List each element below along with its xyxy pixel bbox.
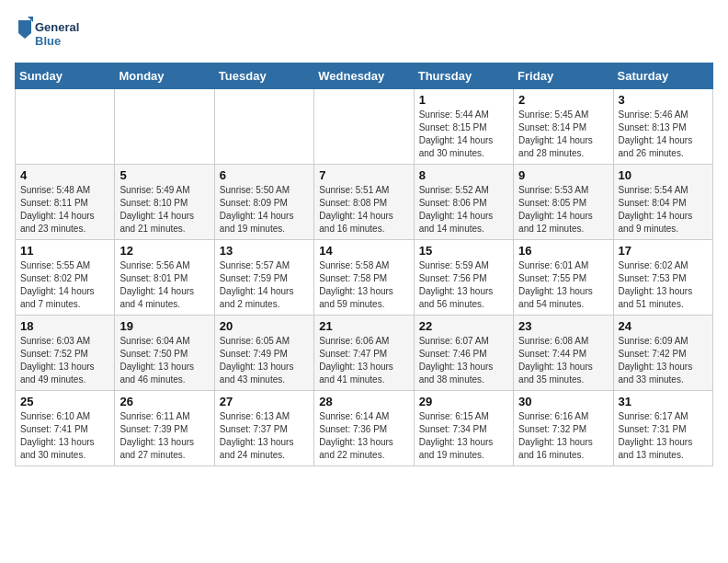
day-info: Sunrise: 6:02 AM Sunset: 7:53 PM Dayligh…	[619, 259, 708, 311]
calendar-cell: 5Sunrise: 5:49 AM Sunset: 8:10 PM Daylig…	[115, 165, 214, 240]
day-info: Sunrise: 6:10 AM Sunset: 7:41 PM Dayligh…	[20, 410, 109, 462]
calendar-cell: 16Sunrise: 6:01 AM Sunset: 7:55 PM Dayli…	[514, 240, 613, 316]
calendar-cell: 30Sunrise: 6:16 AM Sunset: 7:32 PM Dayli…	[514, 391, 613, 466]
calendar-body: 1Sunrise: 5:44 AM Sunset: 8:15 PM Daylig…	[16, 89, 713, 466]
day-info: Sunrise: 6:08 AM Sunset: 7:44 PM Dayligh…	[518, 335, 608, 386]
calendar-cell: 19Sunrise: 6:04 AM Sunset: 7:50 PM Dayli…	[115, 316, 214, 391]
day-number: 19	[119, 319, 209, 333]
calendar-cell: 29Sunrise: 6:15 AM Sunset: 7:34 PM Dayli…	[414, 391, 513, 466]
day-info: Sunrise: 5:45 AM Sunset: 8:14 PM Dayligh…	[518, 109, 608, 160]
day-info: Sunrise: 5:44 AM Sunset: 8:15 PM Dayligh…	[419, 109, 508, 160]
day-number: 6	[220, 168, 309, 182]
day-info: Sunrise: 5:56 AM Sunset: 8:01 PM Dayligh…	[119, 259, 209, 311]
day-info: Sunrise: 5:49 AM Sunset: 8:10 PM Dayligh…	[119, 184, 209, 236]
calendar-cell: 10Sunrise: 5:54 AM Sunset: 8:04 PM Dayli…	[613, 165, 712, 240]
calendar-cell: 8Sunrise: 5:52 AM Sunset: 8:06 PM Daylig…	[414, 165, 513, 240]
calendar-cell: 20Sunrise: 6:05 AM Sunset: 7:49 PM Dayli…	[214, 316, 313, 391]
day-info: Sunrise: 5:53 AM Sunset: 8:05 PM Dayligh…	[518, 184, 608, 236]
day-number: 13	[220, 244, 309, 258]
day-info: Sunrise: 6:14 AM Sunset: 7:36 PM Dayligh…	[319, 410, 408, 462]
day-number: 29	[419, 395, 508, 408]
calendar-cell: 2Sunrise: 5:45 AM Sunset: 8:14 PM Daylig…	[514, 89, 613, 165]
day-header-wednesday: Wednesday	[314, 63, 414, 89]
day-number: 28	[319, 395, 408, 408]
calendar-cell: 17Sunrise: 6:02 AM Sunset: 7:53 PM Dayli…	[613, 240, 712, 316]
day-info: Sunrise: 5:48 AM Sunset: 8:11 PM Dayligh…	[20, 184, 109, 236]
day-number: 16	[518, 244, 608, 258]
calendar-cell: 13Sunrise: 5:57 AM Sunset: 7:59 PM Dayli…	[214, 240, 313, 316]
calendar-week-2: 4Sunrise: 5:48 AM Sunset: 8:11 PM Daylig…	[16, 165, 713, 240]
day-number: 22	[419, 319, 508, 333]
day-header-friday: Friday	[514, 63, 613, 89]
day-number: 31	[619, 395, 708, 408]
day-info: Sunrise: 6:09 AM Sunset: 7:42 PM Dayligh…	[619, 335, 708, 386]
day-info: Sunrise: 6:03 AM Sunset: 7:52 PM Dayligh…	[20, 335, 109, 386]
day-number: 15	[419, 244, 508, 258]
calendar-cell: 9Sunrise: 5:53 AM Sunset: 8:05 PM Daylig…	[514, 165, 613, 240]
day-number: 24	[619, 319, 708, 333]
day-number: 27	[220, 395, 309, 408]
day-info: Sunrise: 6:04 AM Sunset: 7:50 PM Dayligh…	[119, 335, 209, 386]
page-header: General Blue	[15, 15, 713, 55]
day-number: 9	[518, 168, 608, 182]
day-header-thursday: Thursday	[414, 63, 513, 89]
day-info: Sunrise: 5:46 AM Sunset: 8:13 PM Dayligh…	[619, 109, 708, 160]
calendar-cell: 24Sunrise: 6:09 AM Sunset: 7:42 PM Dayli…	[613, 316, 712, 391]
day-info: Sunrise: 5:59 AM Sunset: 7:56 PM Dayligh…	[419, 259, 508, 311]
calendar-cell: 31Sunrise: 6:17 AM Sunset: 7:31 PM Dayli…	[613, 391, 712, 466]
day-number: 2	[518, 93, 608, 107]
calendar-table: SundayMondayTuesdayWednesdayThursdayFrid…	[15, 63, 713, 466]
calendar-cell: 6Sunrise: 5:50 AM Sunset: 8:09 PM Daylig…	[214, 165, 313, 240]
calendar-cell: 25Sunrise: 6:10 AM Sunset: 7:41 PM Dayli…	[16, 391, 115, 466]
svg-text:General: General	[35, 20, 79, 34]
calendar-cell: 18Sunrise: 6:03 AM Sunset: 7:52 PM Dayli…	[16, 316, 115, 391]
calendar-cell: 26Sunrise: 6:11 AM Sunset: 7:39 PM Dayli…	[115, 391, 214, 466]
calendar-cell: 28Sunrise: 6:14 AM Sunset: 7:36 PM Dayli…	[314, 391, 414, 466]
calendar-cell	[214, 89, 313, 165]
day-number: 21	[319, 319, 408, 333]
day-info: Sunrise: 5:51 AM Sunset: 8:08 PM Dayligh…	[319, 184, 408, 236]
day-info: Sunrise: 6:07 AM Sunset: 7:46 PM Dayligh…	[419, 335, 508, 386]
day-header-saturday: Saturday	[613, 63, 712, 89]
calendar-cell	[314, 89, 414, 165]
day-number: 17	[619, 244, 708, 258]
calendar-cell: 14Sunrise: 5:58 AM Sunset: 7:58 PM Dayli…	[314, 240, 414, 316]
calendar-week-5: 25Sunrise: 6:10 AM Sunset: 7:41 PM Dayli…	[16, 391, 713, 466]
calendar-cell: 4Sunrise: 5:48 AM Sunset: 8:11 PM Daylig…	[16, 165, 115, 240]
day-number: 14	[319, 244, 408, 258]
day-number: 18	[20, 319, 109, 333]
calendar-cell	[115, 89, 214, 165]
day-info: Sunrise: 6:16 AM Sunset: 7:32 PM Dayligh…	[518, 410, 608, 462]
day-number: 10	[619, 168, 708, 182]
calendar-week-1: 1Sunrise: 5:44 AM Sunset: 8:15 PM Daylig…	[16, 89, 713, 165]
svg-marker-2	[18, 20, 31, 39]
days-header-row: SundayMondayTuesdayWednesdayThursdayFrid…	[16, 63, 713, 89]
day-info: Sunrise: 6:13 AM Sunset: 7:37 PM Dayligh…	[220, 410, 309, 462]
day-info: Sunrise: 6:11 AM Sunset: 7:39 PM Dayligh…	[119, 410, 209, 462]
calendar-week-3: 11Sunrise: 5:55 AM Sunset: 8:02 PM Dayli…	[16, 240, 713, 316]
day-number: 25	[20, 395, 109, 408]
calendar-cell: 27Sunrise: 6:13 AM Sunset: 7:37 PM Dayli…	[214, 391, 313, 466]
logo-svg: General Blue	[15, 15, 88, 55]
calendar-cell: 11Sunrise: 5:55 AM Sunset: 8:02 PM Dayli…	[16, 240, 115, 316]
calendar-cell: 23Sunrise: 6:08 AM Sunset: 7:44 PM Dayli…	[514, 316, 613, 391]
day-header-monday: Monday	[115, 63, 214, 89]
svg-text:Blue: Blue	[35, 34, 61, 48]
calendar-cell: 7Sunrise: 5:51 AM Sunset: 8:08 PM Daylig…	[314, 165, 414, 240]
calendar-cell: 22Sunrise: 6:07 AM Sunset: 7:46 PM Dayli…	[414, 316, 513, 391]
day-number: 12	[119, 244, 209, 258]
day-number: 11	[20, 244, 109, 258]
day-info: Sunrise: 5:57 AM Sunset: 7:59 PM Dayligh…	[220, 259, 309, 311]
day-info: Sunrise: 6:05 AM Sunset: 7:49 PM Dayligh…	[220, 335, 309, 386]
day-info: Sunrise: 6:01 AM Sunset: 7:55 PM Dayligh…	[518, 259, 608, 311]
day-number: 8	[419, 168, 508, 182]
day-info: Sunrise: 6:17 AM Sunset: 7:31 PM Dayligh…	[619, 410, 708, 462]
calendar-cell: 21Sunrise: 6:06 AM Sunset: 7:47 PM Dayli…	[314, 316, 414, 391]
day-header-tuesday: Tuesday	[214, 63, 313, 89]
day-number: 26	[119, 395, 209, 408]
calendar-header: SundayMondayTuesdayWednesdayThursdayFrid…	[16, 63, 713, 89]
calendar-cell: 15Sunrise: 5:59 AM Sunset: 7:56 PM Dayli…	[414, 240, 513, 316]
calendar-cell: 12Sunrise: 5:56 AM Sunset: 8:01 PM Dayli…	[115, 240, 214, 316]
calendar-cell: 1Sunrise: 5:44 AM Sunset: 8:15 PM Daylig…	[414, 89, 513, 165]
day-number: 1	[419, 93, 508, 107]
